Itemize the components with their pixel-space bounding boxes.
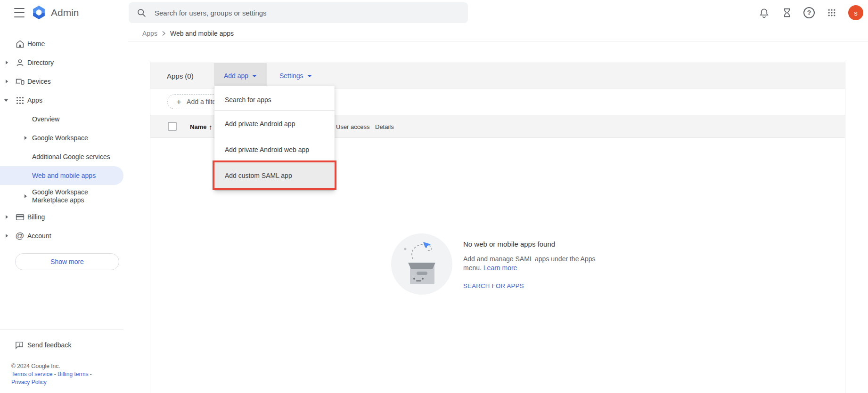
sidebar-item-label: Devices	[27, 78, 51, 85]
sidebar-item-label: Web and mobile apps	[32, 172, 96, 179]
main-pane: Apps Web and mobile apps Apps (0) Add ap…	[128, 25, 868, 393]
sidebar-item-label: Overview	[32, 115, 59, 123]
content-area: Apps (0) Add app Settings + Add a filter	[128, 41, 868, 393]
apps-count-title: Apps (0)	[167, 72, 194, 80]
sidebar-item-devices[interactable]: Devices	[0, 72, 123, 91]
add-app-menu: Search for apps Add private Android app …	[214, 86, 335, 190]
menu-item-add-private-android-app[interactable]: Add private Android app	[214, 111, 335, 136]
empty-state-description: Add and manage SAML apps under the Apps …	[463, 255, 605, 273]
expand-right-icon[interactable]	[6, 61, 8, 64]
column-header-name[interactable]: Name	[190, 123, 206, 130]
chevron-right-icon	[162, 31, 166, 36]
billing-card-icon	[15, 212, 25, 222]
empty-state-text: No web or mobile apps found Add and mana…	[463, 233, 605, 295]
topbar-actions: ? s	[758, 0, 863, 25]
sidebar-item-billing[interactable]: Billing	[0, 208, 123, 226]
dropdown-caret-icon	[252, 75, 257, 77]
add-app-button[interactable]: Add app	[214, 63, 267, 88]
empty-state: No web or mobile apps found Add and mana…	[391, 233, 605, 295]
sidebar-item-label: Google Workspace Marketplace apps	[32, 188, 100, 204]
sidebar-item-label: Apps	[27, 96, 42, 104]
feedback-icon	[14, 340, 25, 350]
expand-right-icon[interactable]	[25, 194, 27, 198]
sidebar-footer: © 2024 Google Inc. Terms of service - Bi…	[11, 362, 123, 386]
select-all-checkbox[interactable]	[168, 122, 177, 131]
sidebar-divider	[0, 329, 123, 329]
help-icon[interactable]: ?	[803, 7, 815, 18]
menu-item-add-private-android-web-app[interactable]: Add private Android web app	[214, 136, 335, 162]
breadcrumb-apps-link[interactable]: Apps	[142, 30, 157, 37]
legal-separator: -	[54, 371, 56, 377]
sidebar: Home Directory Devices	[0, 25, 123, 393]
sidebar-item-label: Directory	[27, 59, 54, 66]
search-placeholder: Search for users, groups or settings	[155, 9, 267, 17]
description-line-2: menu.	[463, 264, 482, 272]
sidebar-item-label: Additional Google services	[32, 153, 110, 160]
devices-icon	[15, 76, 25, 87]
sidebar-bottom: Send feedback © 2024 Google Inc. Terms o…	[0, 329, 123, 393]
billing-terms-link[interactable]: Billing terms	[57, 371, 88, 377]
plus-icon: +	[176, 97, 181, 106]
settings-button[interactable]: Settings	[278, 63, 314, 88]
sidebar-item-web-and-mobile-apps[interactable]: Web and mobile apps	[0, 166, 123, 185]
avatar-initial: s	[854, 9, 858, 17]
show-more-button[interactable]: Show more	[15, 253, 119, 270]
add-filter-label: Add a filter	[187, 98, 218, 105]
send-feedback-button[interactable]: Send feedback	[0, 335, 123, 355]
empty-state-title: No web or mobile apps found	[463, 240, 605, 248]
empty-box-illustration	[391, 233, 452, 295]
home-icon	[15, 39, 25, 49]
sort-ascending-icon[interactable]: ↑	[209, 122, 213, 130]
privacy-policy-link[interactable]: Privacy Policy	[11, 379, 47, 385]
top-bar: Admin Search for users, groups or settin…	[0, 0, 868, 25]
expand-right-icon[interactable]	[6, 80, 8, 83]
apps-toolbar: Apps (0) Add app Settings	[150, 63, 845, 88]
sidebar-item-overview[interactable]: Overview	[0, 110, 123, 128]
hamburger-menu-icon[interactable]	[14, 8, 25, 17]
column-header-details[interactable]: Details	[375, 123, 394, 130]
description-line-1: Add and manage SAML apps under the Apps	[463, 255, 595, 263]
column-header-user-access[interactable]: User access	[336, 123, 370, 130]
sidebar-item-label: Home	[27, 40, 45, 48]
add-app-label: Add app	[224, 72, 248, 80]
search-for-apps-button[interactable]: SEARCH FOR APPS	[463, 282, 605, 289]
sidebar-item-label: Billing	[27, 213, 45, 221]
apps-grid-icon	[15, 95, 25, 105]
search-icon	[137, 8, 147, 18]
sidebar-item-google-workspace[interactable]: Google Workspace	[0, 128, 123, 147]
learn-more-link[interactable]: Learn more	[483, 264, 517, 272]
legal-separator: -	[90, 371, 92, 377]
sidebar-item-account[interactable]: @ Account	[0, 226, 123, 245]
terms-of-service-link[interactable]: Terms of service	[11, 371, 52, 377]
search-input[interactable]: Search for users, groups or settings	[129, 2, 468, 23]
breadcrumb-current: Web and mobile apps	[170, 30, 234, 37]
google-apps-grid-icon[interactable]	[826, 7, 837, 19]
sidebar-item-label: Google Workspace	[32, 134, 88, 142]
google-admin-logo-icon	[31, 5, 47, 20]
brand-title: Admin	[51, 7, 79, 18]
directory-person-icon	[15, 57, 25, 68]
sidebar-item-home[interactable]: Home	[0, 34, 123, 53]
menu-item-add-custom-saml-app[interactable]: Add custom SAML app	[214, 162, 335, 188]
sidebar-item-additional-google-services[interactable]: Additional Google services	[0, 147, 123, 166]
notifications-bell-icon[interactable]	[758, 7, 770, 19]
account-avatar[interactable]: s	[848, 5, 863, 20]
expand-right-icon[interactable]	[6, 215, 8, 219]
expand-down-icon[interactable]	[4, 99, 8, 102]
brand: Admin	[31, 5, 79, 20]
sidebar-item-label: Account	[27, 232, 51, 240]
settings-label: Settings	[279, 72, 303, 80]
hourglass-tasks-icon[interactable]	[781, 7, 793, 19]
menu-item-search-for-apps[interactable]: Search for apps	[214, 89, 335, 110]
question-mark-glyph: ?	[807, 9, 811, 16]
expand-right-icon[interactable]	[25, 136, 27, 140]
sidebar-nav: Home Directory Devices	[0, 25, 123, 270]
sidebar-item-google-workspace-marketplace-apps[interactable]: Google Workspace Marketplace apps	[0, 185, 123, 208]
send-feedback-label: Send feedback	[27, 341, 71, 349]
sidebar-item-apps[interactable]: Apps	[0, 91, 123, 110]
sidebar-item-directory[interactable]: Directory	[0, 53, 123, 72]
show-more-label: Show more	[50, 258, 84, 265]
dropdown-caret-icon	[307, 75, 312, 77]
copyright-text: © 2024 Google Inc.	[11, 362, 123, 370]
expand-right-icon[interactable]	[6, 234, 8, 238]
